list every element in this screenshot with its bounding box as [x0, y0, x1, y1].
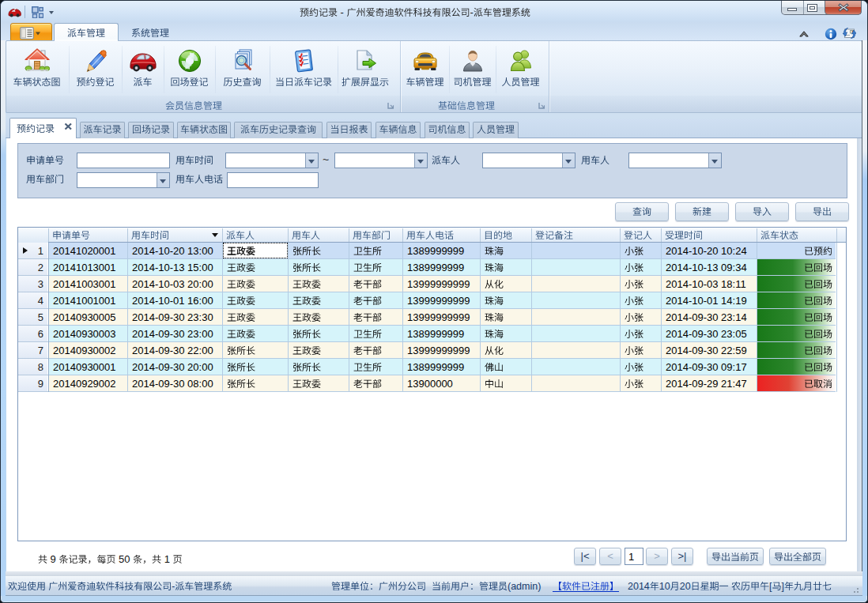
- svg-text:1: 1: [38, 245, 43, 257]
- svg-text:13999999999: 13999999999: [407, 345, 470, 356]
- svg-text:2014: 2014: [628, 581, 650, 592]
- svg-text:]: ]: [782, 581, 784, 592]
- svg-text:2014-10-20 13:00: 2014-10-20 13:00: [132, 245, 213, 257]
- svg-text:>: >: [654, 550, 660, 562]
- svg-text:[: [: [769, 581, 772, 592]
- svg-text:2014-10-03 18:11: 2014-10-03 18:11: [666, 278, 746, 290]
- svg-text:6: 6: [38, 328, 43, 340]
- svg-text:2014-10-01 14:19: 2014-10-01 14:19: [666, 295, 747, 307]
- svg-text:1: 1: [628, 551, 634, 563]
- svg-text:13999999999: 13999999999: [407, 295, 470, 307]
- svg-text:1: 1: [161, 553, 172, 565]
- svg-text:<: <: [607, 550, 613, 562]
- svg-text:9: 9: [38, 378, 43, 390]
- svg-text:20140929002: 20140929002: [53, 378, 116, 390]
- svg-text:3: 3: [38, 278, 43, 290]
- svg-text:2014-09-30 23:00: 2014-09-30 23:00: [132, 328, 213, 340]
- svg-text:2014-10-13 15:00: 2014-10-13 15:00: [132, 262, 213, 273]
- svg-text:20: 20: [680, 581, 691, 592]
- svg-text:2014-10-13 09:34: 2014-10-13 09:34: [666, 262, 747, 273]
- svg-text:5: 5: [38, 311, 43, 323]
- svg-text:13999999999: 13999999999: [407, 278, 470, 290]
- svg-text:(admin): (admin): [508, 581, 541, 592]
- svg-text:13999999999: 13999999999: [407, 311, 470, 323]
- svg-text:-: -: [470, 6, 474, 18]
- svg-text:20140930002: 20140930002: [53, 345, 116, 356]
- svg-text:2014-10-20 10:24: 2014-10-20 10:24: [666, 245, 747, 257]
- svg-text:2014-09-29 21:47: 2014-09-29 21:47: [666, 378, 747, 390]
- svg-text:4: 4: [38, 295, 43, 307]
- svg-text:2014-09-30 08:00: 2014-09-30 08:00: [132, 378, 213, 390]
- svg-text:2014-09-30 20:00: 2014-09-30 20:00: [132, 361, 213, 373]
- svg-text:20140930005: 20140930005: [53, 311, 116, 323]
- svg-text:2014-09-30 23:30: 2014-09-30 23:30: [132, 311, 213, 323]
- svg-text:1389999999: 1389999999: [407, 328, 464, 340]
- svg-text:2014-09-30 22:59: 2014-09-30 22:59: [666, 345, 747, 356]
- svg-text:20141001001: 20141001001: [53, 295, 116, 307]
- svg-text:8: 8: [38, 361, 43, 373]
- svg-text:13900000: 13900000: [407, 378, 453, 390]
- svg-text:50: 50: [116, 553, 134, 565]
- svg-text:9: 9: [47, 553, 58, 565]
- svg-text:2014-10-03 20:00: 2014-10-03 20:00: [132, 278, 213, 290]
- svg-text:10: 10: [659, 581, 670, 592]
- svg-text:>|: >|: [678, 550, 687, 562]
- svg-text:1389999999: 1389999999: [407, 245, 464, 257]
- svg-text:20141003001: 20141003001: [53, 278, 116, 290]
- svg-text:-: -: [172, 581, 175, 592]
- svg-text:2014-09-30 09:17: 2014-09-30 09:17: [666, 361, 747, 373]
- svg-text:2014-09-30 23:05: 2014-09-30 23:05: [666, 328, 747, 340]
- svg-text:7: 7: [38, 345, 43, 356]
- svg-text:2: 2: [38, 262, 43, 273]
- svg-text:~: ~: [323, 153, 329, 166]
- svg-text:1389999999: 1389999999: [407, 361, 464, 373]
- svg-text:20141013001: 20141013001: [53, 262, 116, 273]
- svg-text:2014-09-30 23:14: 2014-09-30 23:14: [666, 311, 747, 323]
- svg-text:20140930001: 20140930001: [53, 361, 116, 373]
- svg-text:1389999999: 1389999999: [407, 262, 464, 273]
- svg-text:2014-10-01 16:00: 2014-10-01 16:00: [132, 295, 213, 307]
- svg-text:|<: |<: [581, 550, 590, 562]
- svg-text:20140930003: 20140930003: [53, 328, 116, 340]
- svg-text:-: -: [338, 6, 347, 18]
- svg-text:20141020001: 20141020001: [53, 245, 116, 257]
- svg-text:2014-09-30 22:00: 2014-09-30 22:00: [132, 345, 213, 356]
